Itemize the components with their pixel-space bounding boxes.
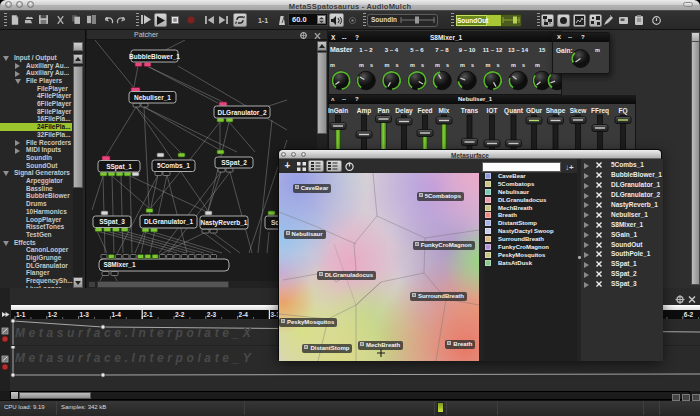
svg-text:2-1: 2-1 xyxy=(143,311,153,318)
svg-text:1-3: 1-3 xyxy=(80,311,90,318)
svg-text:2-2: 2-2 xyxy=(175,311,185,318)
svg-text:1-2: 1-2 xyxy=(48,311,58,318)
svg-text:SSpat_2: SSpat_2 xyxy=(221,159,247,167)
svg-text:1-1: 1-1 xyxy=(16,311,26,318)
svg-text:Nebuliser_1: Nebuliser_1 xyxy=(134,94,171,101)
svg-text:6-2: 6-2 xyxy=(684,311,694,318)
svg-text:DLGranulator_2: DLGranulator_2 xyxy=(217,109,267,116)
svg-text:BubbleBlower_1: BubbleBlower_1 xyxy=(129,53,180,60)
svg-text:SSpat_3: SSpat_3 xyxy=(99,218,125,226)
svg-text:1-4: 1-4 xyxy=(111,311,121,318)
svg-text:SSpat_1: SSpat_1 xyxy=(106,163,132,171)
svg-text:2-3: 2-3 xyxy=(207,311,217,318)
svg-text:5Combs_1: 5Combs_1 xyxy=(157,162,190,169)
svg-text:2-4: 2-4 xyxy=(239,311,249,318)
svg-text:NastyReverb_1: NastyReverb_1 xyxy=(201,219,248,227)
svg-text:S8Mixer_1: S8Mixer_1 xyxy=(103,261,136,268)
svg-text:DLGranulator_1: DLGranulator_1 xyxy=(144,218,194,225)
